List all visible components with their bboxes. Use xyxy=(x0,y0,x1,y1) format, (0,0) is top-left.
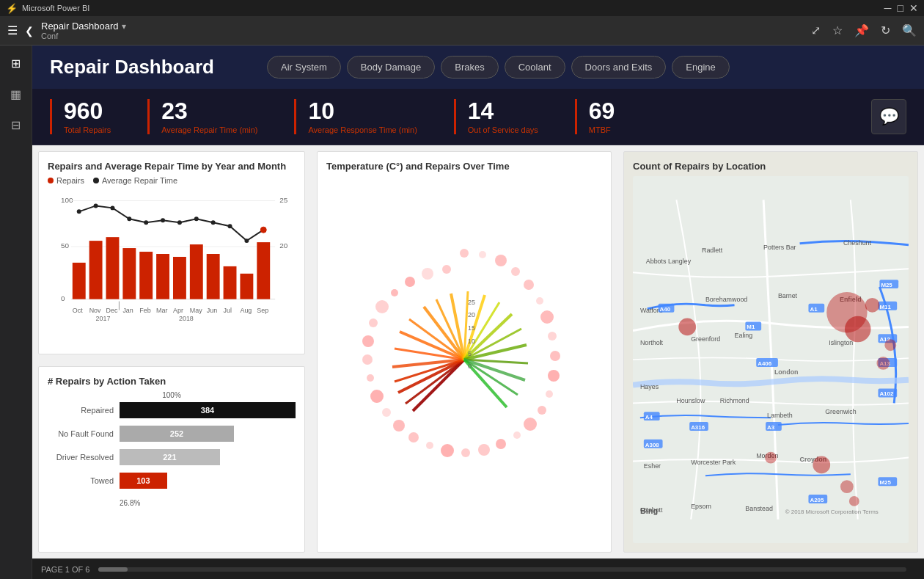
bar-feb xyxy=(139,252,153,299)
svg-text:Abbots Langley: Abbots Langley xyxy=(646,258,692,265)
svg-text:10: 10 xyxy=(468,338,475,345)
svg-text:Potters Bar: Potters Bar xyxy=(763,244,796,251)
app-name: Microsoft Power BI xyxy=(22,4,89,12)
scroll-track[interactable] xyxy=(98,567,906,572)
sidebar-home-icon[interactable]: ⊞ xyxy=(6,53,26,73)
action-bar-repaired: 384 xyxy=(120,402,296,418)
maximize-btn[interactable]: □ xyxy=(898,2,903,14)
sidebar-grid-icon[interactable]: ⊟ xyxy=(6,114,26,135)
bar-jul xyxy=(224,266,237,299)
action-bar-towed-wrap: 103 xyxy=(120,473,296,489)
fullscreen-btn[interactable]: ⤢ xyxy=(811,23,821,37)
point-may xyxy=(194,216,199,221)
map-bubble-3 xyxy=(845,316,871,343)
svg-point-54 xyxy=(442,265,451,274)
svg-text:15: 15 xyxy=(468,324,475,332)
tab-body-damage[interactable]: Body Damage xyxy=(347,56,435,79)
circular-chart-area: 25 20 15 10 5 0 xyxy=(326,176,602,543)
minimize-btn[interactable]: ─ xyxy=(884,2,892,14)
svg-text:Greenford: Greenford xyxy=(691,335,720,343)
dashboard-title: Repair Dashboard xyxy=(41,21,119,32)
close-btn[interactable]: ✕ xyxy=(909,2,918,14)
map-bubble-6 xyxy=(876,357,890,370)
svg-text:25: 25 xyxy=(279,196,288,204)
svg-text:Greenwich: Greenwich xyxy=(825,408,857,415)
bar-oct xyxy=(73,263,86,299)
tab-doors-exits[interactable]: Doors and Exits xyxy=(571,56,667,79)
map-svg: Abbots Langley Radlett Potters Bar Chesh… xyxy=(633,176,909,543)
map-bubble-5 xyxy=(884,339,896,351)
action-label-towed: Towed xyxy=(48,476,114,485)
kpi-total-repairs: 960 Total Repairs xyxy=(50,99,133,134)
svg-text:A4: A4 xyxy=(645,414,653,420)
action-bar-nff: 252 xyxy=(120,426,234,442)
svg-point-28 xyxy=(536,297,543,305)
svg-text:Barnet: Barnet xyxy=(778,292,798,299)
action-row-nff: No Fault Found 252 xyxy=(48,426,296,442)
charts-area: Repairs and Average Repair Time by Year … xyxy=(32,145,924,558)
svg-text:M11: M11 xyxy=(879,304,891,310)
app-title-group: Repair Dashboard ▾ Conf xyxy=(41,21,126,40)
scroll-thumb xyxy=(98,567,128,572)
svg-text:Feb: Feb xyxy=(139,307,150,314)
svg-text:Radlett: Radlett xyxy=(702,247,723,254)
svg-text:Ealing: Ealing xyxy=(735,332,753,339)
search-btn[interactable]: 🔍 xyxy=(902,23,917,37)
bar-nov xyxy=(89,241,103,299)
svg-text:0: 0 xyxy=(468,363,472,370)
svg-text:Esher: Esher xyxy=(644,462,661,470)
svg-text:100: 100 xyxy=(61,196,73,204)
svg-text:Islington: Islington xyxy=(829,339,853,346)
svg-point-34 xyxy=(538,406,546,415)
bar-chart-panel: Repairs and Average Repair Time by Year … xyxy=(38,151,305,354)
chat-button[interactable]: 💬 xyxy=(871,99,906,134)
bar-chart-legend: Repairs Average Repair Time xyxy=(48,176,296,185)
svg-text:Oct: Oct xyxy=(73,307,83,314)
tab-coolant[interactable]: Coolant xyxy=(505,56,565,79)
pin-btn[interactable]: 📌 xyxy=(854,23,869,37)
action-label-nff: No Fault Found xyxy=(48,429,114,438)
bar-chart-title: Repairs and Average Repair Time by Year … xyxy=(48,161,296,172)
action-bar-driver-wrap: 221 xyxy=(120,449,296,465)
svg-text:Epsom: Epsom xyxy=(691,503,711,510)
svg-text:Dec: Dec xyxy=(106,307,118,314)
title-dropdown-icon[interactable]: ▾ xyxy=(122,21,126,32)
svg-point-53 xyxy=(422,268,433,280)
svg-point-25 xyxy=(495,255,507,266)
action-chart-panel: # Repairs by Action Taken 100% Repaired … xyxy=(38,366,305,553)
hamburger-icon[interactable]: ☰ xyxy=(7,23,18,37)
svg-text:Lambeth: Lambeth xyxy=(767,412,793,419)
svg-text:2017: 2017 xyxy=(96,315,111,321)
bar-mar xyxy=(156,254,169,299)
action-bar-towed: 103 xyxy=(120,473,167,489)
svg-point-47 xyxy=(362,354,373,365)
dashboard-subtitle: Conf xyxy=(41,32,126,40)
svg-text:M1: M1 xyxy=(747,324,755,330)
svg-point-36 xyxy=(513,431,521,439)
svg-point-51 xyxy=(391,289,398,296)
map-chart-panel: Count of Repairs by Location xyxy=(623,151,918,553)
action-bar-nff-wrap: 252 xyxy=(120,426,296,442)
bookmark-btn[interactable]: ☆ xyxy=(832,23,843,37)
action-row-towed: Towed 103 xyxy=(48,473,296,489)
svg-text:Borehamwood: Borehamwood xyxy=(705,296,747,303)
sidebar-bar-icon[interactable]: ▦ xyxy=(6,84,26,104)
dash-title: Repair Dashboard xyxy=(50,56,241,79)
svg-point-39 xyxy=(461,448,470,457)
svg-text:Nov: Nov xyxy=(89,307,101,314)
main-layout: ⊞ ▦ ⊟ Repair Dashboard Air System Body D… xyxy=(0,45,924,579)
dash-header: Repair Dashboard Air System Body Damage … xyxy=(32,45,924,89)
svg-point-29 xyxy=(540,310,554,324)
action-row-driver: Driver Resolved 221 xyxy=(48,449,296,465)
tab-engine[interactable]: Engine xyxy=(672,56,729,79)
svg-point-41 xyxy=(426,442,433,449)
tab-air-system[interactable]: Air System xyxy=(267,56,341,79)
svg-text:© 2018 Microsoft Corporation  : © 2018 Microsoft Corporation Terms xyxy=(785,509,879,515)
svg-text:A102: A102 xyxy=(879,390,894,397)
action-max-label: 100% xyxy=(48,391,296,399)
back-arrow-btn[interactable]: ❮ xyxy=(25,25,34,37)
kpi-row: 960 Total Repairs 23 Average Repair Time… xyxy=(32,89,924,145)
tab-brakes[interactable]: Brakes xyxy=(441,56,498,79)
action-chart-title: # Repairs by Action Taken xyxy=(48,376,296,387)
refresh-btn[interactable]: ↻ xyxy=(881,23,890,37)
